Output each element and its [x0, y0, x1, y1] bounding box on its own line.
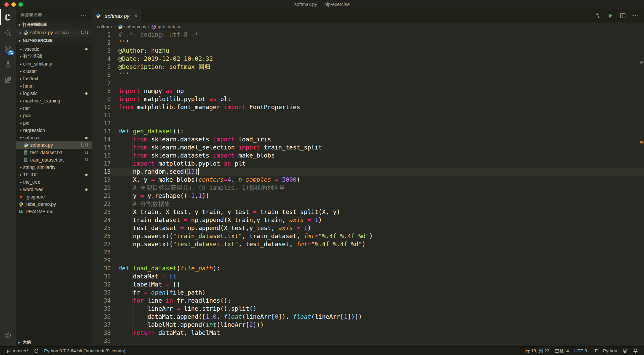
code-line-31[interactable]: 31dataMat = []: [92, 272, 644, 280]
code-line-4[interactable]: 4@Date: 2019-12-02 10:02:32: [92, 55, 644, 63]
code-line-38[interactable]: 38return dataMat, labelMat: [92, 329, 644, 337]
code-line-24[interactable]: 24train_dataset = np.append(X_train,y_tr…: [92, 216, 644, 224]
run-python-file-icon[interactable]: [607, 12, 614, 19]
code-line-content: from matplotlib.font_manager import Font…: [111, 103, 644, 111]
tree-item-logistic[interactable]: ▸logistic: [16, 90, 92, 97]
code-editor[interactable]: 1# -*- coding: utf-8 -*-2'''3@Author: hu…: [92, 31, 644, 346]
tree-item-TF-IDF[interactable]: ▸TF-IDF: [16, 171, 92, 178]
breadcrumb-softmax.py[interactable]: softmax.py: [118, 24, 146, 29]
tree-item-jieba_demo.py[interactable]: jieba_demo.py: [16, 201, 92, 208]
tree-item-word2vec[interactable]: ▸word2vec: [16, 186, 92, 193]
split-editor-icon[interactable]: [620, 12, 626, 19]
tree-item-hmm[interactable]: ▸hmm: [16, 82, 92, 90]
code-line-18[interactable]: 18np.random.seed(13): [92, 168, 644, 176]
code-line-33[interactable]: 33fr = open(file_path): [92, 289, 644, 297]
close-icon[interactable]: ×: [135, 13, 138, 19]
code-line-40[interactable]: 40: [92, 345, 644, 346]
code-line-content: dataMat.append([1.0, float(lineArr[0]), …: [111, 313, 644, 321]
code-line-21[interactable]: 21y = y.reshape((-1,1)): [92, 192, 644, 200]
code-line-27[interactable]: 27np.savetxt("test_dataset.txt", test_da…: [92, 240, 644, 248]
status-notifications-bell-icon[interactable]: [630, 347, 641, 355]
code-line-35[interactable]: 35lineArr = line.strip().split(): [92, 305, 644, 313]
status-python-interpreter[interactable]: Python 3.7.3 64-bit ('anaconda3': conda): [42, 347, 128, 355]
more-actions-icon[interactable]: ···: [81, 12, 87, 18]
open-editor-softmax.py[interactable]: ×softmax.pysoftmax1, U: [16, 29, 92, 37]
code-line-3[interactable]: 3@Author: huzhu: [92, 47, 644, 55]
code-line-14[interactable]: 14from sklearn.datasets import load_iris: [92, 135, 644, 143]
code-line-30[interactable]: 30def load_dataset(file_path):: [92, 264, 644, 272]
extensions-icon[interactable]: [0, 72, 16, 88]
code-line-6[interactable]: 6''': [92, 71, 644, 79]
code-line-26[interactable]: 26np.savetxt("train_dataset.txt", train_…: [92, 232, 644, 240]
status-cursor-position[interactable]: 行 18, 列 23: [523, 347, 552, 355]
status-branch[interactable]: master*: [3, 347, 31, 355]
tree-item-trie_tree[interactable]: ▸trie_tree: [16, 178, 92, 186]
tree-item-fasttext[interactable]: ▸fasttext: [16, 75, 92, 82]
code-line-22[interactable]: 22# 分割数据集: [92, 200, 644, 208]
tab-softmax.py[interactable]: softmax.py×: [92, 9, 142, 23]
breadcrumb-gen_dataset[interactable]: gen_dataset: [151, 24, 182, 29]
zoom-button[interactable]: [18, 2, 23, 7]
open-editors-header[interactable]: ▾ 打开的编辑器: [16, 20, 92, 29]
minimize-button[interactable]: [11, 2, 16, 7]
code-line-20[interactable]: 20# 重塑目标以获得具有 (n_samples, 1)形状的列向量: [92, 184, 644, 192]
code-line-16[interactable]: 16from sklearn.datasets import make_blob…: [92, 151, 644, 160]
source-control-icon[interactable]: 71: [0, 41, 16, 56]
tree-item-.vscode[interactable]: ▸.vscode: [16, 45, 92, 53]
code-line-28[interactable]: 28: [92, 248, 644, 256]
code-line-17[interactable]: 17import matplotlib.pyplot as plt: [92, 160, 644, 168]
code-line-37[interactable]: 37labelMat.append(int(lineArr[2])): [92, 321, 644, 329]
close-icon[interactable]: ×: [18, 30, 23, 36]
tree-item-regression[interactable]: ▸regression: [16, 127, 92, 134]
breadcrumb-softmax[interactable]: softmax: [97, 24, 113, 29]
code-line-19[interactable]: 19X, y = make_blobs(centers=4, n_samples…: [92, 176, 644, 184]
close-button[interactable]: [4, 2, 9, 7]
code-line-1[interactable]: 1# -*- coding: utf-8 -*-: [92, 31, 644, 39]
code-line-23[interactable]: 23X_train, X_test, y_train, y_test = tra…: [92, 208, 644, 216]
tree-item-cluster[interactable]: ▸cluster: [16, 68, 92, 75]
status-eol[interactable]: LF: [590, 347, 600, 355]
code-line-5[interactable]: 5@Description: softmax 回归: [92, 63, 644, 71]
tree-item-softmax[interactable]: ▾softmax: [16, 134, 92, 141]
tree-item-train_dataset.txt[interactable]: train_dataset.txtU: [16, 156, 92, 164]
status-language-mode[interactable]: Python: [600, 347, 620, 355]
code-line-13[interactable]: 13def gen_dataset():: [92, 127, 644, 135]
explorer-icon[interactable]: [0, 9, 16, 25]
status-encoding[interactable]: UTF-8: [572, 347, 590, 355]
code-line-15[interactable]: 15from sklearn.model_selection import tr…: [92, 143, 644, 151]
tree-item-string_similarity[interactable]: ▸string_similarity: [16, 164, 92, 171]
status-indentation[interactable]: 空格: 4: [552, 347, 572, 355]
tree-item-softmax.py[interactable]: softmax.py1, U: [16, 141, 92, 149]
code-line-10[interactable]: 10from matplotlib.font_manager import Fo…: [92, 103, 644, 111]
outline-header[interactable]: ▸ 大纲: [16, 338, 92, 346]
status-sync-icon[interactable]: [31, 347, 42, 355]
code-line-32[interactable]: 32labelMat = []: [92, 280, 644, 289]
code-line-9[interactable]: 9import matplotlib.pyplot as plt: [92, 95, 644, 103]
tree-item-test_dataset.txt[interactable]: test_dataset.txtU: [16, 149, 92, 156]
tree-item-pca[interactable]: ▸pca: [16, 112, 92, 119]
status-feedback-smiley-icon[interactable]: [620, 347, 630, 355]
search-icon[interactable]: [0, 25, 16, 41]
tree-item-README.md[interactable]: MREADME.md: [16, 208, 92, 215]
code-line-29[interactable]: 29: [92, 256, 644, 264]
tree-item-cilin_similarity[interactable]: ▸cilin_similarity: [16, 60, 92, 68]
tree-item-.gitignore[interactable]: .gitignore: [16, 193, 92, 201]
code-line-12[interactable]: 12: [92, 119, 644, 127]
code-line-11[interactable]: 11: [92, 111, 644, 119]
code-line-34[interactable]: 34for line in fr.readlines():: [92, 297, 644, 305]
more-actions-icon[interactable]: [632, 12, 639, 19]
manage-icon[interactable]: [0, 327, 16, 343]
open-changes-icon[interactable]: [595, 12, 601, 19]
code-line-36[interactable]: 36dataMat.append([1.0, float(lineArr[0])…: [92, 313, 644, 321]
tree-item-ner[interactable]: ▸ner: [16, 104, 92, 112]
workspace-header[interactable]: ▾ NLP-EXERCISE: [16, 37, 92, 45]
code-line-2[interactable]: 2''': [92, 39, 644, 47]
tree-item-数学基础[interactable]: ▸数学基础: [16, 53, 92, 60]
code-line-39[interactable]: 39: [92, 337, 644, 345]
code-line-7[interactable]: 7: [92, 79, 644, 87]
code-line-8[interactable]: 8import numpy as np: [92, 87, 644, 95]
tree-item-machine_learning[interactable]: ▸machine_learning: [16, 97, 92, 104]
debug-icon[interactable]: [0, 56, 16, 72]
code-line-25[interactable]: 25test_dataset = np.append(X_test,y_test…: [92, 224, 644, 232]
tree-item-pic[interactable]: ▸pic: [16, 119, 92, 127]
